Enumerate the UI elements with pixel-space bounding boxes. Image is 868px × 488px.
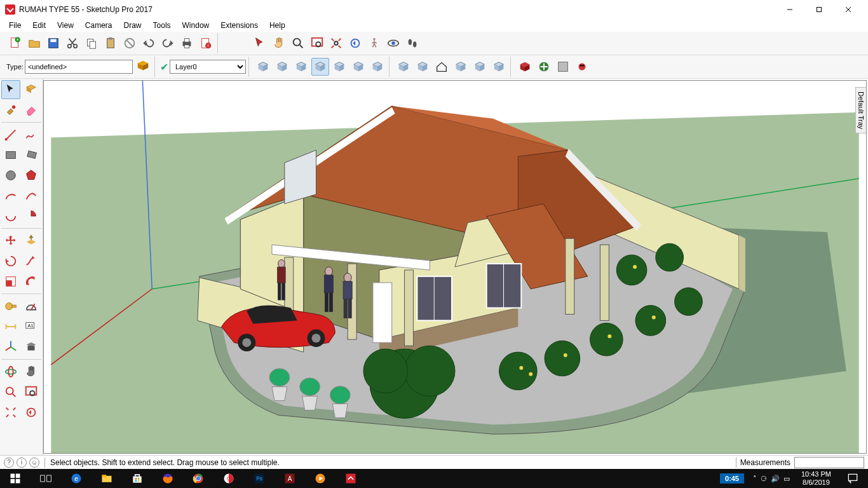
print[interactable] bbox=[178, 34, 196, 52]
model-info[interactable]: i bbox=[197, 34, 215, 52]
zoom-extents[interactable] bbox=[327, 34, 345, 52]
pushpull-tool[interactable] bbox=[22, 231, 41, 250]
select-tool[interactable] bbox=[1, 80, 20, 99]
freehand-tool[interactable] bbox=[22, 125, 41, 144]
menu-view[interactable]: View bbox=[52, 20, 79, 31]
menu-draw[interactable]: Draw bbox=[119, 20, 147, 31]
protractor-tool[interactable] bbox=[22, 297, 41, 316]
zoomext-tool[interactable] bbox=[1, 403, 20, 422]
lasso-tool[interactable] bbox=[22, 80, 41, 99]
wh-bug[interactable] bbox=[573, 58, 591, 76]
type-info-icon[interactable] bbox=[134, 58, 152, 76]
volume-icon[interactable]: 🔊 bbox=[771, 475, 780, 483]
lang-icon[interactable]: ▭ bbox=[783, 475, 790, 483]
close-button[interactable] bbox=[834, 0, 863, 19]
open-file[interactable] bbox=[25, 34, 43, 52]
taskbar-store[interactable] bbox=[122, 469, 153, 488]
system-tray[interactable]: ˄ ⚆ 🔊 ▭ bbox=[748, 475, 795, 483]
comp-shed[interactable] bbox=[471, 58, 489, 76]
undo[interactable] bbox=[140, 34, 158, 52]
rotrect-tool[interactable] bbox=[22, 146, 41, 165]
taskbar-explorer[interactable] bbox=[92, 469, 122, 488]
comp-building[interactable] bbox=[452, 58, 470, 76]
arc-tool[interactable] bbox=[1, 186, 20, 205]
paint-tool[interactable] bbox=[1, 100, 20, 119]
taskbar-chrome[interactable] bbox=[183, 469, 214, 488]
prev-tool[interactable] bbox=[22, 403, 41, 422]
layer-dropdown[interactable]: Layer0 bbox=[170, 60, 246, 74]
taskbar-sketchup[interactable] bbox=[336, 469, 366, 488]
viewport[interactable]: Default Tray bbox=[43, 80, 867, 454]
notifications-icon[interactable] bbox=[837, 469, 868, 488]
zoom-window[interactable] bbox=[308, 34, 326, 52]
clock[interactable]: 10:43 PM 8/6/2019 bbox=[795, 470, 837, 487]
style-xray[interactable] bbox=[349, 58, 367, 76]
info-icon[interactable]: i bbox=[17, 458, 27, 468]
polygon-tool[interactable] bbox=[22, 166, 41, 185]
recording-time[interactable]: 0:45 bbox=[720, 473, 744, 484]
move-tool[interactable] bbox=[1, 231, 20, 250]
prev-view[interactable] bbox=[346, 34, 364, 52]
taskbar-autocad[interactable]: A bbox=[275, 469, 305, 488]
style-wire[interactable] bbox=[254, 58, 272, 76]
tray-up-icon[interactable]: ˄ bbox=[753, 475, 757, 483]
hand[interactable] bbox=[270, 34, 288, 52]
maximize-button[interactable] bbox=[804, 0, 834, 19]
rect-tool[interactable] bbox=[1, 146, 20, 165]
save-file[interactable] bbox=[44, 34, 62, 52]
style-hidden[interactable] bbox=[273, 58, 291, 76]
footprints[interactable] bbox=[403, 34, 421, 52]
wh-share[interactable] bbox=[535, 58, 553, 76]
pie-tool[interactable] bbox=[22, 207, 41, 226]
style-mono[interactable] bbox=[330, 58, 348, 76]
comp-group[interactable] bbox=[490, 58, 508, 76]
zoomwin-tool[interactable] bbox=[22, 383, 41, 402]
user-icon[interactable]: ☺ bbox=[29, 458, 39, 468]
comp-box[interactable] bbox=[414, 58, 431, 76]
minimize-button[interactable] bbox=[775, 0, 804, 19]
dim-tool[interactable] bbox=[1, 317, 20, 336]
taskbar-firefox[interactable] bbox=[153, 469, 183, 488]
style-shadedtex[interactable] bbox=[311, 58, 329, 76]
new-file[interactable]: + bbox=[6, 34, 24, 52]
axes-tool[interactable] bbox=[1, 337, 20, 356]
section-tool[interactable] bbox=[22, 337, 41, 356]
zoom-tool[interactable] bbox=[1, 383, 20, 402]
style-shaded[interactable] bbox=[292, 58, 310, 76]
rotate-tool[interactable] bbox=[1, 252, 20, 271]
walk[interactable] bbox=[365, 34, 383, 52]
circle-tool[interactable] bbox=[1, 166, 20, 185]
menu-window[interactable]: Window bbox=[177, 20, 215, 31]
wifi-icon[interactable]: ⚆ bbox=[761, 475, 767, 483]
model-canvas[interactable] bbox=[44, 81, 866, 453]
offset-tool[interactable] bbox=[22, 272, 41, 291]
select-arrow[interactable] bbox=[251, 34, 269, 52]
type-dropdown[interactable] bbox=[25, 60, 133, 74]
measurements-input[interactable] bbox=[794, 457, 864, 468]
taskbar-wmp[interactable] bbox=[305, 469, 336, 488]
comp-house[interactable] bbox=[395, 58, 412, 76]
line-tool[interactable] bbox=[1, 125, 20, 144]
orbit-tool[interactable] bbox=[1, 362, 20, 381]
default-tray-tab[interactable]: Default Tray bbox=[855, 87, 866, 133]
arc2-tool[interactable] bbox=[22, 186, 41, 205]
menu-help[interactable]: Help bbox=[264, 20, 290, 31]
redo[interactable] bbox=[159, 34, 177, 52]
eraser-tool[interactable] bbox=[22, 100, 41, 119]
menu-camera[interactable]: Camera bbox=[80, 20, 118, 31]
taskbar-taskview[interactable] bbox=[31, 469, 61, 488]
scale-tool[interactable] bbox=[1, 272, 20, 291]
taskbar-photoshop[interactable]: Ps bbox=[244, 469, 275, 488]
cut[interactable] bbox=[64, 34, 81, 52]
menu-extensions[interactable]: Extensions bbox=[215, 20, 263, 31]
copy[interactable] bbox=[83, 34, 100, 52]
taskbar-edge[interactable]: e bbox=[61, 469, 92, 488]
text-tool[interactable]: A1 bbox=[22, 317, 41, 336]
zoom[interactable] bbox=[289, 34, 307, 52]
tape-tool[interactable] bbox=[1, 297, 20, 316]
wh-ext[interactable] bbox=[554, 58, 572, 76]
style-backedges[interactable] bbox=[369, 58, 386, 76]
taskbar-start[interactable] bbox=[0, 469, 31, 488]
delete[interactable] bbox=[121, 34, 139, 52]
menu-tools[interactable]: Tools bbox=[148, 20, 176, 31]
